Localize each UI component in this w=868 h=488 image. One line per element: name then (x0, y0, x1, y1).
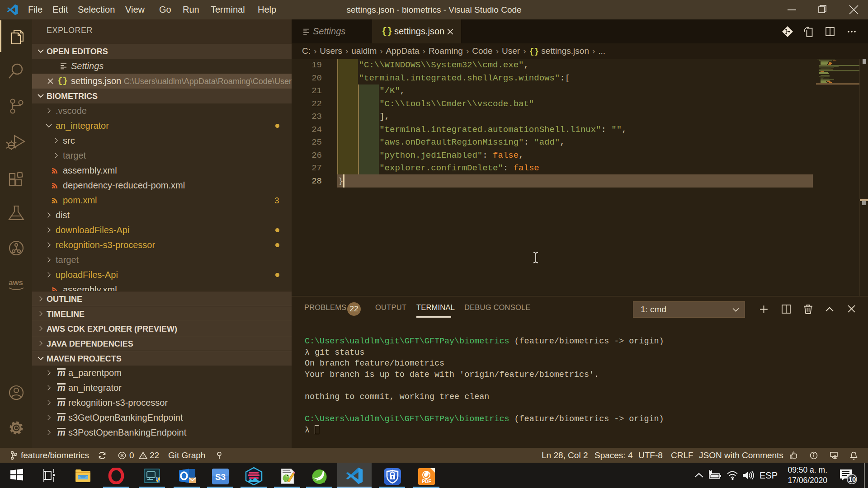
svg-text:PDF: PDF (422, 479, 431, 484)
svg-text:10: 10 (849, 475, 856, 483)
svg-text:S3: S3 (215, 472, 226, 482)
svg-text:aws: aws (9, 278, 23, 287)
